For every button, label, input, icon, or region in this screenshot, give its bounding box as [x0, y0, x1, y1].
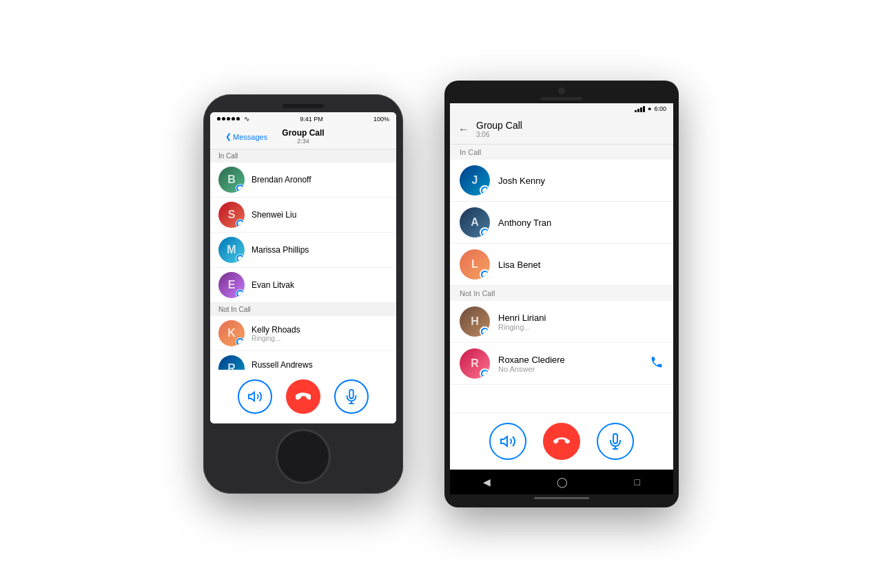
ios-signal: ∿ — [217, 115, 249, 123]
speaker-button[interactable] — [238, 379, 272, 414]
contact-name: Evan Litvak — [252, 280, 294, 290]
ios-battery: 100% — [373, 116, 389, 123]
ios-nav-bar: ❮ Messages Group Call 2:34 — [210, 125, 396, 149]
list-item: E Evan Litvak — [210, 268, 396, 303]
android-speaker — [541, 97, 582, 101]
messenger-badge — [480, 185, 490, 196]
contact-info: Lisa Benet — [498, 260, 540, 270]
android-not-in-call-header: Not In Call — [450, 286, 673, 301]
contact-info: Brendan Aronoff — [252, 175, 311, 185]
avatar: A — [460, 207, 490, 238]
messenger-badge — [236, 289, 245, 298]
contact-status: Ringing... — [498, 323, 546, 331]
iphone-device: ∿ 9:41 PM 100% ❮ Messages Group Call 2:3… — [203, 94, 403, 494]
list-item: S Shenwei Liu — [210, 198, 396, 233]
ios-call-controls — [210, 370, 396, 423]
list-item: L Lisa Benet — [450, 244, 673, 286]
avatar: M — [218, 237, 245, 263]
avatar: H — [460, 306, 490, 337]
android-bottom-bar — [534, 497, 589, 499]
android-in-call-header: In Call — [450, 145, 673, 160]
contact-info: Henri Liriani Ringing... — [498, 313, 546, 331]
android-title: Group Call — [476, 120, 522, 131]
messenger-badge — [236, 184, 245, 193]
contact-name: Henri Liriani — [498, 313, 546, 323]
messenger-badge — [480, 368, 490, 379]
android-back-nav-icon[interactable]: ◀ — [483, 476, 491, 487]
contact-name: Russell Andrews — [252, 360, 313, 370]
avatar: S — [218, 202, 245, 228]
contact-info: Josh Kenny — [498, 176, 545, 186]
avatar: L — [460, 249, 490, 280]
list-item: H Henri Liriani Ringing... — [450, 301, 673, 343]
contact-status: No Answer — [498, 365, 565, 373]
contact-name: Roxane Clediere — [498, 355, 565, 365]
android-time: 6:00 — [654, 105, 666, 112]
contact-info: Shenwei Liu — [252, 210, 296, 220]
contact-name: Kelly Rhoads — [252, 325, 300, 335]
contact-name: Anthony Tran — [498, 218, 551, 228]
messenger-badge — [236, 254, 245, 263]
ios-back-button[interactable]: ❮ Messages — [225, 132, 267, 141]
android-subtitle: 3:06 — [476, 131, 522, 138]
android-speaker-button[interactable] — [489, 423, 526, 460]
list-item: B Brendan Aronoff — [210, 162, 396, 198]
signal-icon — [635, 105, 645, 112]
avatar: K — [218, 320, 245, 346]
android-call-content: In Call J Josh Kenny A — [450, 145, 673, 412]
list-item: R Russell Andrews Ringing... — [210, 351, 396, 370]
ios-in-call-header: In Call — [210, 149, 396, 162]
messenger-badge — [480, 269, 490, 280]
android-mute-button[interactable] — [597, 423, 634, 460]
contact-name: Shenwei Liu — [252, 210, 296, 220]
messenger-badge — [480, 326, 490, 337]
messenger-badge — [480, 227, 490, 238]
contact-info: Evan Litvak — [252, 280, 294, 290]
contact-name: Marissa Phillips — [252, 245, 309, 255]
android-status-bar: ● 6:00 — [450, 103, 673, 114]
ios-time: 9:41 PM — [300, 116, 323, 123]
ios-not-in-call-header: Not In Call — [210, 303, 396, 316]
contact-info: Marissa Phillips — [252, 245, 309, 255]
contact-info: Anthony Tran — [498, 218, 551, 228]
android-screen: ● 6:00 ← Group Call 3:06 In Call J — [450, 103, 673, 470]
ios-nav-subtitle: 2:34 — [297, 138, 309, 145]
mute-button[interactable] — [334, 379, 369, 414]
end-call-button[interactable] — [286, 379, 320, 414]
ios-status-bar: ∿ 9:41 PM 100% — [210, 112, 396, 125]
contact-info: Roxane Clediere No Answer — [498, 355, 565, 373]
android-call-controls — [450, 412, 673, 470]
iphone-home-button[interactable] — [276, 429, 331, 484]
avatar: B — [218, 167, 245, 193]
android-home-icon[interactable]: ◯ — [557, 476, 568, 487]
android-device: ● 6:00 ← Group Call 3:06 In Call J — [444, 81, 679, 507]
avatar: R — [460, 348, 490, 379]
contact-name: Josh Kenny — [498, 176, 545, 186]
ios-call-content: In Call B Brendan Aronoff S — [210, 149, 396, 370]
ios-nav-title: Group Call — [282, 128, 324, 138]
android-nav-bar: ◀ ◯ □ — [450, 470, 673, 494]
avatar: E — [218, 272, 245, 298]
android-back-button[interactable]: ← — [458, 123, 469, 136]
iphone-screen: ∿ 9:41 PM 100% ❮ Messages Group Call 2:3… — [210, 112, 396, 423]
contact-status: Ringing... — [252, 335, 300, 342]
list-item: M Marissa Phillips — [210, 233, 396, 268]
avatar: J — [460, 165, 490, 196]
avatar: R — [218, 355, 245, 370]
messenger-badge — [236, 219, 245, 228]
list-item: J Josh Kenny — [450, 160, 673, 202]
contact-info: Russell Andrews Ringing... — [252, 360, 313, 370]
iphone-speaker — [283, 104, 324, 108]
android-end-call-button[interactable] — [543, 423, 580, 460]
list-item: A Anthony Tran — [450, 202, 673, 244]
android-header: ← Group Call 3:06 — [450, 114, 673, 145]
android-header-info: Group Call 3:06 — [476, 120, 522, 138]
android-recents-icon[interactable]: □ — [634, 476, 639, 487]
svg-marker-3 — [501, 437, 507, 446]
svg-marker-0 — [249, 392, 254, 401]
list-item: R Roxane Clediere No Answer — [450, 343, 673, 385]
call-back-button[interactable] — [650, 355, 664, 372]
android-camera — [558, 87, 565, 94]
messenger-badge — [236, 337, 245, 346]
contact-name: Brendan Aronoff — [252, 175, 311, 185]
